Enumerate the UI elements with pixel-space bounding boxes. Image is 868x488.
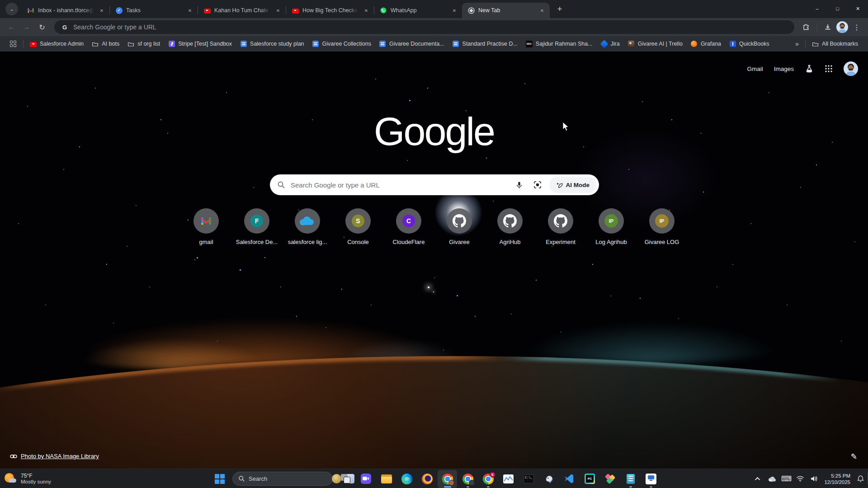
bookmark-quickbooks[interactable]: QuickBooks bbox=[726, 39, 773, 49]
tab-tasks[interactable]: ✓ Tasks ✕ bbox=[110, 3, 198, 18]
dev-tool-button[interactable] bbox=[600, 470, 620, 488]
extensions-puzzle-icon[interactable] bbox=[800, 20, 813, 34]
chrome-profile2-button[interactable] bbox=[458, 470, 477, 488]
shortcut-agrihub[interactable]: AgriHub bbox=[485, 208, 535, 245]
volume-icon[interactable] bbox=[810, 475, 818, 483]
profile-avatar[interactable] bbox=[844, 61, 858, 76]
bookmark-grafana[interactable]: Grafana bbox=[687, 39, 725, 49]
ai-mode-button[interactable]: AI Mode bbox=[549, 177, 597, 193]
taskbar-weather-widget[interactable]: 75°F Mostly sunny bbox=[5, 469, 51, 488]
bookmark-ai-bots[interactable]: AI bots bbox=[88, 39, 123, 49]
bookmark-sajidur-rahman[interactable]: DEV Sajidur Rahman Sha... bbox=[522, 39, 596, 49]
terminal-button[interactable]: C:\_ bbox=[519, 470, 538, 488]
close-window-button[interactable]: ✕ bbox=[848, 0, 868, 17]
hidden-icons-chevron[interactable] bbox=[754, 475, 762, 483]
tab-title: New Tab bbox=[478, 7, 534, 14]
ntp-search-box[interactable]: AI Mode bbox=[270, 174, 599, 195]
taskbar-search-box[interactable] bbox=[232, 472, 333, 486]
search-labs-icon[interactable] bbox=[805, 64, 814, 73]
bookmark-givaree-ai-trello[interactable]: Givaree AI | Trello bbox=[624, 39, 686, 49]
gmail-link[interactable]: Gmail bbox=[747, 66, 763, 72]
firefox-button[interactable] bbox=[417, 470, 437, 488]
chrome-profile3-button[interactable]: S bbox=[478, 470, 498, 488]
salesforce-cloud-icon bbox=[295, 208, 320, 234]
shortcut-salesforce-lightning[interactable]: salesforce lig... bbox=[282, 208, 333, 245]
edge-icon bbox=[401, 474, 412, 484]
close-icon[interactable]: ✕ bbox=[274, 6, 282, 14]
shortcut-experiment[interactable]: Experiment bbox=[535, 208, 586, 245]
close-icon[interactable]: ✕ bbox=[450, 6, 458, 14]
all-bookmarks-button[interactable]: All Bookmarks bbox=[808, 39, 862, 49]
file-explorer-button[interactable] bbox=[377, 470, 396, 488]
tab-youtube-2[interactable]: How Big Tech Checks Your User ✕ bbox=[286, 3, 374, 18]
notifications-bell-icon[interactable] bbox=[856, 475, 864, 483]
doc-icon bbox=[240, 41, 247, 47]
wifi-icon[interactable] bbox=[796, 475, 804, 483]
pycharm-button[interactable]: PC bbox=[580, 470, 599, 488]
vscode-button[interactable] bbox=[560, 470, 579, 488]
tab-gmail-inbox[interactable]: Inbox - ishann.tforce@gmail.co ✕ bbox=[22, 3, 109, 18]
chrome-profile1-button[interactable] bbox=[438, 470, 457, 488]
bookmark-sf-org-list[interactable]: sf org list bbox=[124, 39, 164, 49]
forward-button[interactable]: → bbox=[20, 20, 33, 34]
taskpro-button[interactable] bbox=[641, 470, 660, 488]
images-link[interactable]: Images bbox=[774, 66, 794, 72]
voice-search-mic-icon[interactable] bbox=[513, 178, 526, 191]
postgresql-button[interactable] bbox=[539, 470, 559, 488]
ntp-search-input[interactable] bbox=[291, 181, 508, 189]
bookmark-jira[interactable]: Jira bbox=[597, 39, 623, 49]
shortcut-log-agrihub[interactable]: IP Log Agrihub bbox=[586, 208, 637, 245]
shortcut-console[interactable]: S Console bbox=[333, 208, 383, 245]
profile-avatar[interactable] bbox=[836, 21, 848, 33]
omnibox[interactable]: G bbox=[54, 20, 794, 34]
maximize-button[interactable]: □ bbox=[827, 0, 848, 17]
shortcut-cloudeflare[interactable]: C CloudeFlare bbox=[383, 208, 434, 245]
tab-new-tab-active[interactable]: New Tab ✕ bbox=[462, 3, 550, 18]
chrome-icon bbox=[467, 7, 475, 14]
url-input[interactable] bbox=[73, 23, 788, 31]
start-button[interactable] bbox=[210, 470, 229, 488]
quickbooks-icon bbox=[729, 41, 736, 47]
photo-attribution-link[interactable]: Photo by NASA Image Library bbox=[10, 453, 99, 460]
bookmark-standard-practise[interactable]: Standard Practise D... bbox=[449, 39, 521, 49]
bookmark-stripe-sandbox[interactable]: Stripe [Test] Sandbox bbox=[165, 39, 236, 49]
back-button[interactable]: ← bbox=[5, 20, 18, 34]
bookmark-salesforce-admin[interactable]: Salesforce Admin bbox=[26, 39, 87, 49]
tab-title: WhatsApp bbox=[391, 7, 447, 14]
close-icon[interactable]: ✕ bbox=[186, 6, 194, 14]
shortcut-givaree[interactable]: Givaree bbox=[434, 208, 485, 245]
bookmark-salesforce-study-plan[interactable]: Salesforce study plan bbox=[236, 39, 308, 49]
browser-frame: ⌄ Inbox - ishann.tforce@gmail.co ✕ ✓ Tas… bbox=[0, 0, 868, 18]
edge-button[interactable] bbox=[397, 470, 416, 488]
customize-chrome-button[interactable]: ✎ bbox=[851, 452, 857, 461]
tab-youtube-1[interactable]: Kahan Ho Tum Chale Aao [Lyric ✕ bbox=[198, 3, 286, 18]
close-icon[interactable]: ✕ bbox=[362, 6, 370, 14]
google-lens-icon[interactable] bbox=[531, 178, 544, 191]
close-icon[interactable]: ✕ bbox=[98, 6, 106, 14]
shortcut-salesforce-de[interactable]: F Salesforce De... bbox=[231, 208, 282, 245]
notepad-button[interactable] bbox=[621, 470, 640, 488]
tab-search-button[interactable]: ⌄ bbox=[5, 3, 18, 15]
running-app-indicator bbox=[467, 486, 469, 488]
menu-icon[interactable]: ⋮ bbox=[850, 20, 863, 34]
shortcut-givaree-log[interactable]: IP Givaree LOG bbox=[637, 208, 687, 245]
new-tab-button[interactable]: + bbox=[553, 3, 566, 15]
reload-button[interactable]: ↻ bbox=[35, 20, 49, 34]
photos-app-button[interactable] bbox=[499, 470, 518, 488]
bookmarks-overflow-button[interactable]: » bbox=[792, 40, 802, 47]
shortcut-gmail[interactable]: gmail bbox=[181, 208, 231, 245]
bookmark-givaree-documentation[interactable]: Givaree Documenta... bbox=[376, 39, 448, 49]
task-view-button[interactable] bbox=[336, 470, 355, 488]
apps-shortcut-button[interactable] bbox=[6, 39, 20, 49]
close-icon[interactable]: ✕ bbox=[538, 6, 546, 14]
chat-button[interactable] bbox=[356, 470, 376, 488]
taskbar-search-input[interactable] bbox=[249, 475, 328, 482]
google-apps-grid-icon[interactable] bbox=[825, 65, 833, 73]
touch-keyboard-icon[interactable]: ⌨ bbox=[782, 475, 790, 483]
minimize-button[interactable]: – bbox=[807, 0, 827, 17]
onedrive-icon[interactable] bbox=[768, 475, 776, 483]
taskbar-clock[interactable]: 5:25 PM 12/10/2025 bbox=[824, 473, 850, 485]
downloads-icon[interactable] bbox=[821, 20, 835, 34]
bookmark-givaree-collections[interactable]: Givaree Collections bbox=[309, 39, 375, 49]
tab-whatsapp[interactable]: WhatsApp ✕ bbox=[374, 3, 462, 18]
